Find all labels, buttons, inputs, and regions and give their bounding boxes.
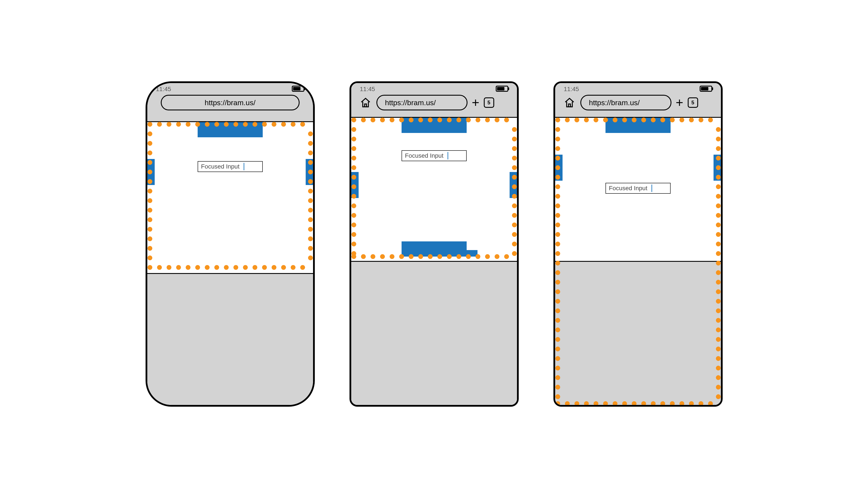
status-time: 11:45 — [360, 86, 375, 93]
phone-variant-b: 11:45 https://bram.us/ + 5 Focused Input — [349, 82, 519, 407]
browser-chrome: 11:45 https://bram.us/ + 5 — [555, 83, 721, 118]
virtual-keyboard[interactable] — [147, 273, 313, 407]
browser-chrome: 11:45 https://bram.us/ — [147, 83, 313, 122]
text-caret — [244, 163, 244, 170]
input-value: Focused Input — [609, 185, 647, 192]
new-tab-icon[interactable]: + — [472, 96, 479, 109]
virtual-keyboard[interactable] — [351, 261, 517, 407]
page-viewport: Focused Input — [147, 122, 313, 407]
fixed-left-upper — [555, 155, 562, 181]
fixed-top — [198, 122, 263, 137]
tab-count-button[interactable]: 5 — [484, 97, 494, 108]
input-value: Focused Input — [405, 152, 443, 159]
status-time: 11:45 — [156, 86, 171, 93]
fixed-bottom — [402, 241, 467, 257]
fixed-right — [509, 172, 517, 198]
fixed-left — [351, 172, 359, 198]
tab-count-label: 5 — [691, 100, 694, 106]
input-value: Focused Input — [201, 163, 240, 170]
visual-viewport-outline — [354, 120, 515, 257]
battery-icon — [496, 86, 508, 92]
battery-icon — [700, 86, 712, 92]
fixed-bottom-stub — [467, 250, 477, 257]
fixed-left-upper — [147, 159, 155, 185]
tab-count-label: 5 — [488, 100, 490, 106]
virtual-keyboard[interactable] — [555, 261, 721, 407]
page-viewport: Focused Input — [555, 118, 721, 407]
tab-count-button[interactable]: 5 — [688, 97, 698, 108]
fixed-top — [606, 118, 671, 133]
url-bar[interactable]: https://bram.us/ — [580, 95, 672, 110]
diagram-stage: 11:45 https://bram.us/ Focused Input — [146, 82, 723, 407]
focused-text-input[interactable]: Focused Input — [606, 183, 671, 194]
visual-viewport-outline — [150, 124, 310, 267]
url-text: https://bram.us/ — [205, 98, 255, 107]
new-tab-icon[interactable]: + — [676, 96, 683, 109]
home-icon[interactable] — [563, 96, 576, 109]
fixed-right-upper — [714, 155, 721, 181]
url-text: https://bram.us/ — [589, 98, 640, 107]
fixed-right-upper — [306, 159, 313, 185]
fixed-top — [402, 118, 467, 133]
url-text: https://bram.us/ — [385, 98, 436, 107]
text-caret — [651, 185, 652, 192]
url-bar[interactable]: https://bram.us/ — [376, 95, 467, 110]
phone-variant-c: 11:45 https://bram.us/ + 5 — [553, 82, 723, 407]
browser-chrome: 11:45 https://bram.us/ + 5 — [351, 83, 517, 118]
text-caret — [447, 152, 448, 159]
focused-text-input[interactable]: Focused Input — [198, 161, 263, 172]
home-icon[interactable] — [359, 96, 372, 109]
url-bar[interactable]: https://bram.us/ — [161, 95, 300, 110]
battery-icon — [292, 86, 304, 92]
status-time: 11:45 — [564, 86, 579, 93]
focused-text-input[interactable]: Focused Input — [402, 150, 467, 161]
phone-variant-a: 11:45 https://bram.us/ Focused Input — [146, 82, 315, 407]
page-viewport: Focused Input — [351, 118, 517, 407]
